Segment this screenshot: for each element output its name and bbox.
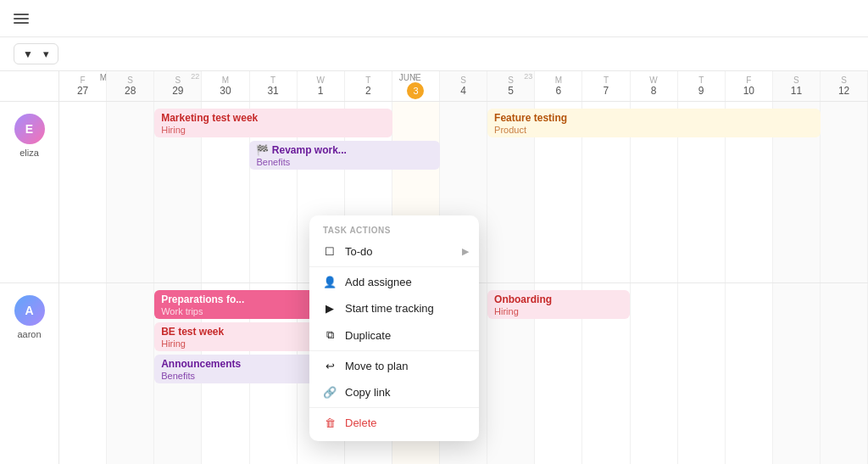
submenu-arrow-icon: ▶ — [462, 246, 469, 257]
menu-label-todo: To-do — [345, 245, 373, 258]
context-menu: TASK ACTIONS☐To-do▶👤Add assignee▶Start t… — [309, 215, 479, 441]
user-name-eliza: eliza — [19, 148, 39, 158]
day-header-T2: T 2 — [345, 71, 392, 101]
day-header-M6: M 6 — [535, 71, 582, 101]
grid-cell-aaron-1 — [107, 283, 154, 464]
menu-label-duplicate: Duplicate — [345, 329, 391, 342]
grid-cell-aaron-14 — [726, 283, 773, 464]
grid-cell-eliza-1 — [107, 102, 154, 282]
day-header-S12: S 12 — [821, 71, 868, 101]
menu-item-duplicate[interactable]: ⧉Duplicate — [309, 321, 479, 349]
day-header-S29: 22S 29 — [154, 71, 202, 101]
menu-item-move-to-plan[interactable]: ↩Move to plan — [309, 353, 479, 379]
menu-item-delete[interactable]: 🗑Delete — [309, 410, 479, 436]
day-header-F27: F 27 — [59, 71, 107, 101]
timeline-header: MAYJUNEF 27S 2822S 29M 30T 31W 1T 2F 3S … — [0, 71, 868, 102]
event-block-row0-0[interactable]: Marketing test weekHiring — [154, 109, 392, 137]
menu-label-copy-link: Copy link — [345, 386, 390, 399]
grid-cell-aaron-12 — [631, 283, 678, 464]
menu-icon-duplicate: ⧉ — [323, 328, 337, 342]
day-header-F10: F 10 — [726, 71, 773, 101]
menu-icon-move-to-plan: ↩ — [323, 360, 337, 372]
day-header-S11: S 11 — [773, 71, 821, 101]
day-header-W8: W 8 — [631, 71, 678, 101]
chevron-down-icon: ▾ — [43, 48, 49, 60]
filter-button[interactable]: ▼ ▾ — [14, 43, 58, 64]
avatar-aaron: A — [14, 295, 45, 326]
day-header-T7: T 7 — [582, 71, 630, 101]
user-col-header — [0, 71, 59, 101]
avatar-eliza: E — [14, 114, 45, 144]
user-name-aaron: aaron — [17, 329, 41, 339]
calendar-area: MAYJUNEF 27S 2822S 29M 30T 31W 1T 2F 3S … — [0, 71, 868, 464]
hamburger-icon[interactable] — [14, 14, 29, 24]
event-block-row0-2[interactable]: Feature testingProduct — [487, 109, 821, 137]
user-row-eliza: Eeliza — [0, 102, 58, 283]
day-header-F3: F 3 — [392, 71, 440, 101]
event-block-row1-3[interactable]: OnboardingHiring — [487, 290, 630, 319]
day-header-W1: W 1 — [298, 71, 345, 101]
grid-cell-aaron-16 — [821, 283, 868, 464]
days-header: MAYJUNEF 27S 2822S 29M 30T 31W 1T 2F 3S … — [59, 71, 868, 101]
user-row-aaron: Aaaron — [0, 283, 58, 465]
menu-label-delete: Delete — [345, 416, 377, 429]
menu-icon-add-assignee: 👤 — [323, 276, 337, 288]
menu-icon-start-time: ▶ — [323, 302, 337, 315]
menu-item-start-time[interactable]: ▶Start time tracking — [309, 295, 479, 321]
grid-cell-aaron-0 — [59, 283, 107, 464]
day-header-T31: T 31 — [250, 71, 298, 101]
menu-item-todo[interactable]: ☐To-do▶ — [309, 238, 479, 265]
menu-icon-delete: 🗑 — [323, 416, 337, 429]
filter-icon: ▼ — [23, 48, 33, 60]
menu-icon-todo: ☐ — [323, 245, 337, 258]
menu-icon-copy-link: 🔗 — [323, 386, 337, 399]
day-header-S5: 23S 5 — [487, 71, 535, 101]
grid-cell-aaron-15 — [773, 283, 821, 464]
context-menu-title: TASK ACTIONS — [309, 221, 479, 238]
day-header-S28: S 28 — [107, 71, 154, 101]
top-bar — [0, 0, 868, 37]
menu-label-start-time: Start time tracking — [345, 302, 434, 315]
menu-item-copy-link[interactable]: 🔗Copy link — [309, 379, 479, 405]
grid-cell-eliza-0 — [59, 102, 107, 282]
day-header-T9: T 9 — [678, 71, 726, 101]
filter-bar: ▼ ▾ — [0, 37, 868, 71]
user-column: EelizaAaaron — [0, 102, 59, 464]
grid-cell-aaron-13 — [678, 283, 726, 464]
event-block-row0-1[interactable]: 🏁 Revamp work...Benefits — [249, 141, 439, 170]
day-header-S4: S 4 — [440, 71, 487, 101]
menu-item-add-assignee[interactable]: 👤Add assignee — [309, 269, 479, 295]
menu-label-move-to-plan: Move to plan — [345, 360, 408, 372]
menu-label-add-assignee: Add assignee — [345, 276, 412, 288]
day-header-M30: M 30 — [202, 71, 249, 101]
grid-cell-eliza-16 — [821, 102, 868, 282]
